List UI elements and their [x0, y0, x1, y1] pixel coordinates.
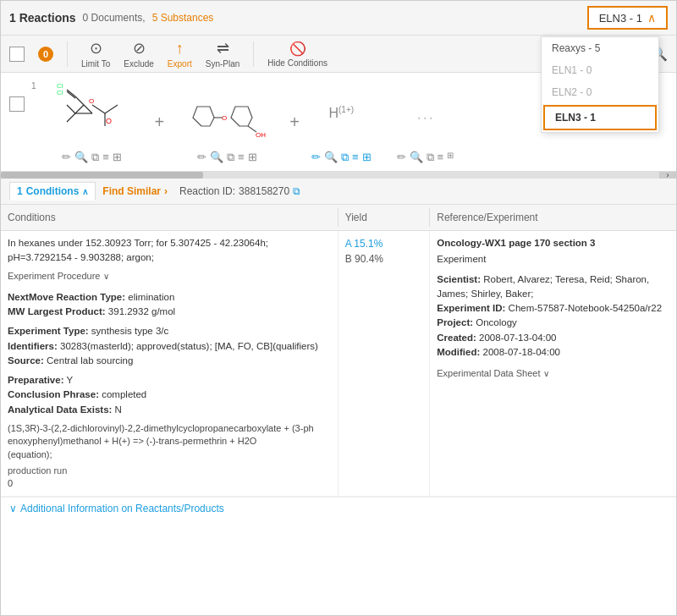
eln-menu-item-eln1[interactable]: ELN1 - 0: [542, 59, 658, 81]
syn-plan-icon: ⇌: [217, 39, 229, 58]
separator-2: [253, 41, 254, 67]
tab-conditions-num: 1: [17, 185, 23, 197]
analytical-value: N: [115, 404, 122, 415]
mol1-grid-icon[interactable]: ⊞: [113, 151, 122, 164]
eln-menu-item-reaxys[interactable]: Reaxys - 5: [542, 37, 658, 59]
exp-id-label: Experiment ID:: [437, 303, 505, 313]
production-num: 0: [8, 477, 331, 490]
svg-marker-15: [193, 107, 214, 126]
header-yield: Yield: [338, 208, 431, 227]
preparative-value: Y: [66, 375, 73, 385]
find-similar-label: Find Similar: [102, 185, 161, 197]
molp-grid-icon[interactable]: ⊞: [447, 151, 454, 164]
svg-line-6: [84, 105, 92, 113]
export-button[interactable]: ↑ Export: [168, 40, 192, 69]
doc-count: 0 Documents,: [83, 12, 146, 24]
scientist-label: Scientist:: [437, 274, 481, 284]
find-similar-arrow-icon: ›: [164, 185, 168, 197]
svg-line-0: [105, 105, 118, 113]
horizontal-scrollbar[interactable]: ›: [1, 172, 676, 179]
eln-dropdown-button[interactable]: ELN3 - 1 ∧: [587, 6, 668, 30]
mol2-search-icon[interactable]: 🔍: [210, 151, 223, 164]
reaction-checkbox[interactable]: [9, 96, 25, 112]
syn-plan-label: Syn-Plan: [206, 59, 240, 69]
mol1-search-icon[interactable]: 🔍: [74, 151, 88, 164]
tab-conditions[interactable]: 1 Conditions ∧: [9, 182, 96, 201]
molp-layers-icon[interactable]: ⧉: [427, 151, 434, 164]
nextmove-row: NextMove Reaction Type: elimination: [8, 290, 331, 305]
substance-count: 5 Substances: [152, 12, 214, 24]
mol2-grid-icon[interactable]: ⊞: [248, 151, 257, 164]
production-run: production run: [8, 465, 331, 477]
mol1-pencil-icon[interactable]: ✏: [62, 151, 71, 164]
created-label: Created:: [437, 333, 476, 343]
molecule-1-svg: O O Cl C: [41, 80, 143, 147]
select-all-checkbox[interactable]: [9, 47, 25, 62]
project-row: Project: Oncology: [437, 316, 669, 330]
molp-pencil-icon[interactable]: ✏: [397, 151, 406, 164]
exp-procedure-label: Experiment Procedure: [8, 271, 100, 281]
molh-pencil-icon[interactable]: ✏: [311, 151, 321, 164]
exclude-button[interactable]: ⊘ Exclude: [124, 39, 154, 69]
preparative-label: Preparative:: [8, 375, 63, 385]
mol1-layers-icon[interactable]: ⧉: [91, 151, 99, 164]
identifiers-row: Identifiers: 30283(masterld); approved(s…: [8, 339, 331, 354]
additional-info-row[interactable]: ∨ Additional Information on Reactants/Pr…: [1, 497, 676, 520]
svg-text:Cl: Cl: [57, 82, 63, 90]
nextmove-label: NextMove Reaction Type:: [8, 292, 125, 302]
exp-data-sheet-link[interactable]: Experimental Data Sheet ∨: [437, 366, 669, 381]
mol2-pencil-icon[interactable]: ✏: [197, 151, 206, 164]
eln-menu: Reaxys - 5 ELN1 - 0 ELN2 - 0 ELN3 - 1: [541, 36, 659, 133]
syn-plan-button[interactable]: ⇌ Syn-Plan: [206, 39, 240, 69]
cell-yield: A 15.1% B 90.4%: [338, 231, 431, 496]
svg-line-12: [67, 91, 75, 98]
hide-conditions-button[interactable]: 🚫 Hide Conditions: [267, 41, 327, 68]
molp-search-icon[interactable]: 🔍: [410, 151, 423, 164]
svg-text:O: O: [89, 97, 94, 105]
experiment-procedure-link[interactable]: Experiment Procedure ∨: [8, 269, 331, 283]
molh-lines-icon[interactable]: ≡: [352, 151, 359, 164]
reactions-count: 1 Reactions: [9, 11, 76, 25]
eln-menu-item-eln2[interactable]: ELN2 - 0: [542, 81, 658, 103]
header-bar: 1 Reactions 0 Documents, 5 Substances EL…: [1, 1, 676, 36]
svg-text:O: O: [106, 117, 112, 125]
exp-type-row: Experiment Type: synthesis type 3/c: [8, 324, 331, 338]
reference-title: Oncology-WX1 page 170 section 3: [437, 236, 669, 250]
cell-conditions: In hexanes under 152.30923 Torr; for 5.3…: [1, 231, 338, 496]
mol2-layers-icon[interactable]: ⧉: [227, 151, 234, 164]
exp-id-row: Experiment ID: Chem-57587-Notebook-54250…: [437, 301, 669, 316]
exp-data-sheet-arrow-icon: ∨: [543, 369, 549, 378]
conditions-tabs: 1 Conditions ∧ Find Similar › Reaction I…: [1, 179, 676, 205]
molh-search-icon[interactable]: 🔍: [324, 151, 338, 164]
molecule-2-svg: O OH: [176, 80, 278, 147]
molp-lines-icon[interactable]: ≡: [438, 151, 444, 164]
mol2-lines-icon[interactable]: ≡: [238, 151, 245, 164]
source-row: Source: Central lab sourcing: [8, 354, 331, 368]
eln-label: ELN3 - 1: [599, 12, 642, 25]
mol1-lines-icon[interactable]: ≡: [102, 151, 109, 164]
eln-menu-item-eln3[interactable]: ELN3 - 1: [543, 105, 657, 130]
limit-to-button[interactable]: ⊙ Limit To: [81, 39, 110, 69]
created-row: Created: 2008-07-13-04:00: [437, 331, 669, 345]
reaction-id-link-icon[interactable]: ⧉: [293, 185, 300, 197]
chevron-up-icon: ∧: [647, 11, 656, 25]
equation-text: (1S,3R)-3-(2,2-dichlorovinyl)-2,2-dimeth…: [8, 422, 331, 461]
limit-to-label: Limit To: [81, 59, 110, 69]
exclude-label: Exclude: [124, 59, 154, 69]
svg-text:Cl: Cl: [57, 89, 63, 96]
table-header: Conditions Yield Reference/Experiment: [1, 205, 676, 231]
mol-2-toolbar: ✏ 🔍 ⧉ ≡ ⊞: [197, 151, 257, 164]
equation-box: (1S,3R)-3-(2,2-dichlorovinyl)-2,2-dimeth…: [8, 422, 331, 491]
reaction-id-section: Reaction ID: 388158270 ⧉: [179, 185, 300, 197]
created-value: 2008-07-13-04:00: [479, 333, 556, 343]
exp-type-label: Experiment Type:: [8, 326, 89, 336]
modified-value: 2008-07-18-04:00: [483, 347, 560, 357]
tab-conditions-label: Conditions: [26, 185, 80, 197]
scroll-right-arrow[interactable]: ›: [659, 172, 676, 179]
caret-up-icon: ∧: [82, 187, 88, 196]
mw-row: MW Largest Product: 391.2932 g/mol: [8, 305, 331, 319]
molh-grid-icon[interactable]: ⊞: [362, 151, 372, 164]
find-similar-button[interactable]: Find Similar ›: [102, 185, 168, 197]
mol-1-toolbar: ✏ 🔍 ⧉ ≡ ⊞: [62, 151, 122, 164]
molh-layers-icon[interactable]: ⧉: [341, 151, 349, 164]
